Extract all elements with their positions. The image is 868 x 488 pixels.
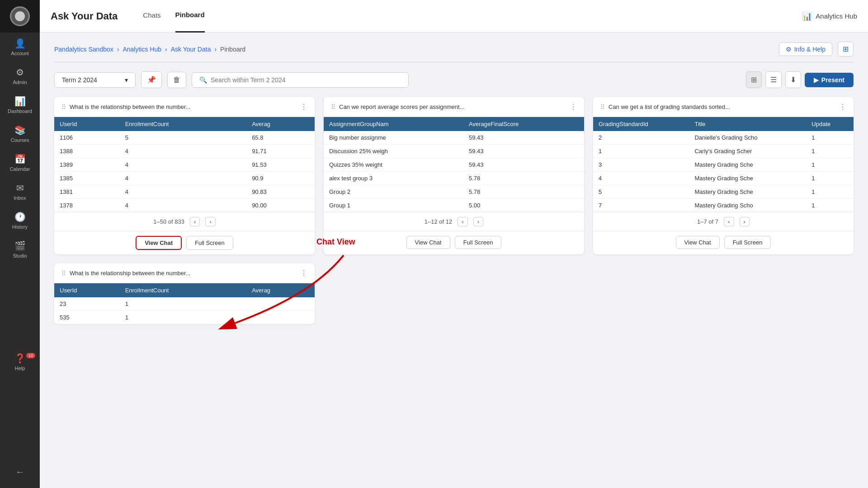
courses-icon: 📚 [14,125,26,136]
card-1-pagination: 1–50 of 833 ‹ › [54,212,315,231]
search-input[interactable] [211,76,401,84]
drag-handle-1[interactable]: ⠿ [61,103,66,111]
list-view-button[interactable]: ☰ [765,71,782,88]
drag-handle-3[interactable]: ⠿ [600,103,605,111]
sidebar-item-admin[interactable]: ⚙ Admin [0,61,40,90]
term-selector[interactable]: Term 2 2024 ▾ [54,72,136,88]
card-2-actions: View Chat Full Screen [324,231,584,253]
delete-button[interactable]: 🗑 [167,72,186,88]
card-4: ⠿ What is the relationship between the n… [54,263,315,324]
main-content: Ask Your Data Chats Pinboard 📊 Analytics… [40,0,868,488]
table-row: 3Mastery Grading Sche1 [593,158,854,172]
grid-view-icon-button[interactable]: ⊞ [838,42,854,56]
sidebar-item-label: Inbox [14,195,26,201]
full-screen-button-3[interactable]: Full Screen [724,236,771,249]
info-help-label: Info & Help [794,46,826,53]
grid-view-button[interactable]: ⊞ [746,71,762,88]
sidebar-item-account[interactable]: 👤 Account [0,33,40,61]
table-row: 5351 [54,311,315,324]
download-button[interactable]: ⬇ [785,71,801,88]
sidebar-item-dashboard[interactable]: 📊 Dashboard [0,90,40,119]
col-avgfinal: AverageFinalScore [463,117,584,131]
sidebar-item-inbox[interactable]: ✉ Inbox [0,177,40,206]
drag-handle-4[interactable]: ⠿ [61,270,66,277]
help-badge: 10 [26,353,35,358]
sidebar-item-label: Studio [13,253,27,258]
help-wrapper: ❓ 10 [0,353,40,364]
present-button[interactable]: ▶ Present [805,73,854,87]
sidebar-item-courses[interactable]: 📚 Courses [0,119,40,148]
sidebar-back-button[interactable]: ← [0,461,40,488]
prev-page-1[interactable]: ‹ [190,217,200,226]
prev-page-3[interactable]: ‹ [724,217,734,226]
full-screen-button-2[interactable]: Full Screen [455,236,502,249]
next-page-3[interactable]: › [740,217,750,226]
card-2-table: AssignmentGroupNam AverageFinalScore Big… [324,117,584,212]
bar-chart-icon: 📊 [802,11,812,21]
sidebar-item-label: Account [11,51,29,56]
table-row: 1385490.9 [54,172,315,185]
card-3: ⠿ Can we get a list of grading standards… [593,97,854,254]
col-userid-4: UserId [54,283,120,297]
sidebar-item-calendar[interactable]: 📅 Calendar [0,148,40,177]
card-1-title: What is the relationship between the num… [70,103,297,110]
trash-icon: 🗑 [173,76,180,84]
pin-button[interactable]: 📌 [141,71,162,88]
sidebar-item-history[interactable]: 🕐 History [0,206,40,235]
table-row: 4Mastery Grading Sche1 [593,172,854,185]
card-3-menu[interactable]: ⋮ [839,103,846,111]
card-2-header: ⠿ Can we report average scores per assig… [324,97,584,117]
card-1-menu[interactable]: ⋮ [300,103,307,111]
breadcrumb-sep-1: › [117,46,119,53]
top-navigation: Ask Your Data Chats Pinboard 📊 Analytics… [40,0,868,33]
table-row: Discussion 25% weigh59.43 [324,145,584,158]
card-1-header: ⠿ What is the relationship between the n… [54,97,315,117]
table-row: alex test group 35.78 [324,172,584,185]
breadcrumb-analytics[interactable]: Analytics Hub [123,46,161,53]
drag-handle-2[interactable]: ⠿ [331,103,335,111]
info-help-button[interactable]: ⚙ Info & Help [779,42,832,56]
sidebar-item-label: Admin [13,80,27,85]
sidebar-item-label: Courses [11,137,29,143]
logo-icon [10,6,30,26]
view-chat-button-3[interactable]: View Chat [676,236,720,249]
col-title: Title [689,117,806,131]
full-screen-button-1[interactable]: Full Screen [186,236,233,250]
account-icon: 👤 [14,38,26,49]
table-row: 1106565.8 [54,131,315,145]
card-4-title: What is the relationship between the num… [70,270,297,277]
breadcrumb-askdata[interactable]: Ask Your Data [171,46,211,53]
view-chat-button-1[interactable]: View Chat [136,236,182,250]
sidebar-item-label: Help [15,366,25,371]
cards-grid-row1: ⠿ What is the relationship between the n… [54,97,854,254]
col-gradingid: GradingStandardId [593,117,689,131]
breadcrumb: Pandalytics Sandbox › Analytics Hub › As… [54,33,854,62]
inbox-icon: ✉ [16,183,24,193]
tab-pinboard[interactable]: Pinboard [175,0,205,33]
table-row: Group 15.00 [324,199,584,212]
next-page-2[interactable]: › [473,217,483,226]
sidebar-item-help[interactable]: ❓ 10 Help [0,347,40,378]
sidebar: 👤 Account ⚙ Admin 📊 Dashboard 📚 Courses … [0,0,40,488]
calendar-icon: 📅 [14,154,26,164]
card-4-menu[interactable]: ⋮ [300,269,307,277]
term-label: Term 2 2024 [62,76,97,84]
table-row: Big number assignme59.43 [324,131,584,145]
table-row: Quizzes 35% weight59.43 [324,158,584,172]
next-page-1[interactable]: › [205,217,215,226]
card-2-menu[interactable]: ⋮ [570,103,577,111]
card-3-header: ⠿ Can we get a list of grading standards… [593,97,854,117]
prev-page-2[interactable]: ‹ [458,217,467,226]
tab-chats[interactable]: Chats [143,0,160,33]
pagination-text-1: 1–50 of 833 [153,218,184,225]
table-row: 231 [54,297,315,311]
table-row: 1381490.83 [54,185,315,199]
card-4-header: ⠿ What is the relationship between the n… [54,263,315,283]
view-chat-button-2[interactable]: View Chat [406,236,450,249]
sidebar-item-label: Calendar [10,166,30,172]
card-1-table: UserId EnrollmentCount Averag 1106565.81… [54,117,315,212]
sidebar-item-studio[interactable]: 🎬 Studio [0,235,40,264]
analytics-hub-label[interactable]: Analytics Hub [816,12,857,20]
gear-icon: ⚙ [786,46,792,53]
breadcrumb-sandbox[interactable]: Pandalytics Sandbox [54,46,113,53]
